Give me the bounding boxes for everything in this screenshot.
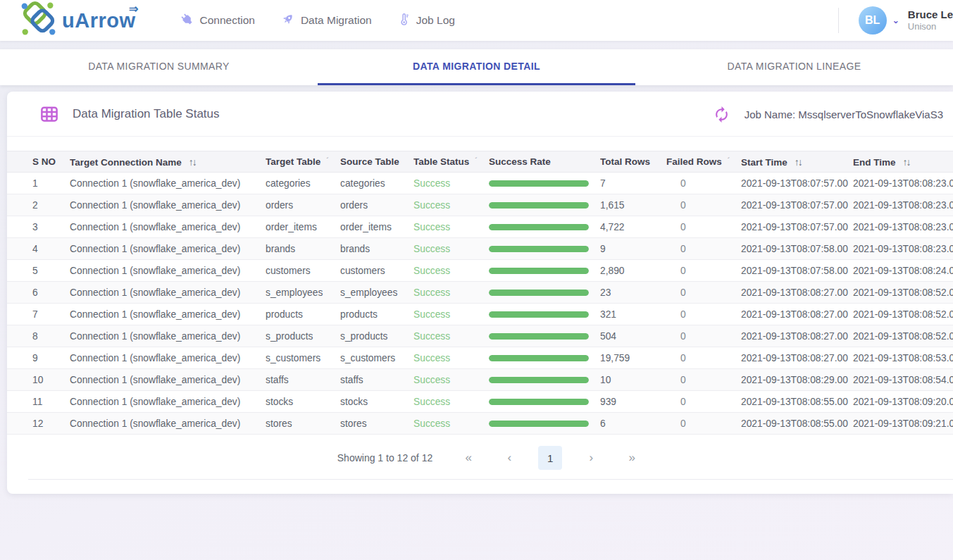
cell-total-rows: 2,890 bbox=[600, 260, 666, 282]
col-failed-rows[interactable]: Failed Rows´ bbox=[666, 151, 741, 173]
first-page-button[interactable]: « bbox=[456, 446, 480, 470]
cell-start-time: 2021-09-13T08:08:27.00 bbox=[741, 347, 853, 369]
cell-source-table: order_items bbox=[340, 216, 413, 238]
sort-tick-icon[interactable]: ´ bbox=[728, 156, 730, 164]
col-total-rows[interactable]: Total Rows bbox=[600, 151, 666, 173]
sort-icon[interactable]: ↑↓ bbox=[903, 156, 910, 168]
cell-end-time: 2021-09-13T08:08:52.00 bbox=[853, 325, 953, 347]
cell-sno: 8 bbox=[7, 325, 70, 347]
thermometer-icon bbox=[397, 12, 411, 30]
last-page-button[interactable]: » bbox=[620, 446, 644, 470]
col-target-connection[interactable]: Target Connection Name↑↓ bbox=[70, 151, 266, 173]
cell-target-connection: Connection 1 (snowflake_america_dev) bbox=[70, 194, 266, 216]
sort-tick-icon[interactable]: ´ bbox=[326, 156, 328, 164]
cell-failed-rows: 0 bbox=[666, 325, 741, 347]
cell-table-status: Success bbox=[413, 347, 489, 369]
cell-sno: 3 bbox=[7, 216, 70, 238]
cell-source-table: staffs bbox=[340, 369, 413, 391]
cell-source-table: brands bbox=[340, 238, 413, 260]
cell-target-table: orders bbox=[266, 194, 340, 216]
cell-failed-rows: 0 bbox=[666, 260, 741, 282]
cell-source-table: s_employees bbox=[340, 282, 413, 304]
cell-target-table: customers bbox=[266, 260, 340, 282]
nav-item-job-log[interactable]: Job Log bbox=[397, 12, 455, 30]
tab-data-migration-detail[interactable]: DATA MIGRATION DETAIL bbox=[318, 49, 635, 85]
sort-tick-icon[interactable]: ´ bbox=[475, 156, 477, 164]
success-rate-bar-track bbox=[489, 333, 589, 340]
success-rate-bar-fill bbox=[489, 290, 589, 296]
tab-data-migration-summary[interactable]: DATA MIGRATION SUMMARY bbox=[0, 49, 318, 85]
cell-target-connection: Connection 1 (snowflake_america_dev) bbox=[70, 173, 266, 194]
cell-target-table: s_products bbox=[266, 325, 340, 347]
col-table-status-label: Table Status bbox=[413, 156, 469, 167]
cell-total-rows: 321 bbox=[600, 304, 666, 325]
cell-source-table: products bbox=[340, 304, 413, 325]
success-rate-bar-track bbox=[489, 180, 589, 187]
cell-end-time: 2021-09-13T08:08:52.00 bbox=[853, 282, 953, 304]
col-start-time[interactable]: Start Time↑↓ bbox=[741, 151, 853, 173]
table-row: 10 Connection 1 (snowflake_america_dev) … bbox=[7, 369, 953, 391]
cell-target-connection: Connection 1 (snowflake_america_dev) bbox=[70, 413, 266, 435]
previous-page-button[interactable]: ‹ bbox=[497, 446, 521, 470]
cell-target-table: products bbox=[266, 304, 340, 325]
cell-end-time: 2021-09-13T08:08:53.00 bbox=[853, 347, 953, 369]
nav-item-connection[interactable]: Connection bbox=[180, 12, 255, 30]
cell-start-time: 2021-09-13T08:08:27.00 bbox=[741, 282, 853, 304]
cell-start-time: 2021-09-13T08:08:27.00 bbox=[741, 325, 853, 347]
next-page-button[interactable]: › bbox=[579, 446, 603, 470]
sort-icon[interactable]: ↑↓ bbox=[795, 156, 802, 168]
nav-label-connection: Connection bbox=[200, 14, 255, 27]
cell-success-rate bbox=[489, 216, 600, 238]
avatar[interactable]: BL bbox=[859, 6, 887, 35]
table-row: 8 Connection 1 (snowflake_america_dev) s… bbox=[7, 325, 953, 347]
table-row: 6 Connection 1 (snowflake_america_dev) s… bbox=[7, 282, 953, 304]
nav-item-data-migration[interactable]: Data Migration bbox=[280, 12, 372, 30]
cell-target-connection: Connection 1 (snowflake_america_dev) bbox=[70, 369, 266, 391]
success-rate-bar-track bbox=[489, 421, 589, 427]
cell-failed-rows: 0 bbox=[666, 216, 741, 238]
cell-end-time: 2021-09-13T08:08:23.00 bbox=[853, 216, 953, 238]
cell-start-time: 2021-09-13T08:08:27.00 bbox=[741, 304, 853, 325]
cell-end-time: 2021-09-13T08:08:23.00 bbox=[853, 173, 953, 194]
refresh-icon[interactable] bbox=[713, 106, 730, 123]
sort-icon[interactable]: ↑↓ bbox=[189, 156, 196, 168]
table-row: 1 Connection 1 (snowflake_america_dev) c… bbox=[7, 173, 953, 194]
cell-sno: 10 bbox=[7, 369, 70, 391]
cell-total-rows: 6 bbox=[600, 413, 666, 435]
col-target-table[interactable]: Target Table´ bbox=[266, 151, 340, 173]
col-table-status[interactable]: Table Status´ bbox=[413, 151, 489, 173]
cell-failed-rows: 0 bbox=[666, 347, 741, 369]
cell-success-rate bbox=[489, 194, 600, 216]
nav-label-data-migration: Data Migration bbox=[301, 14, 372, 27]
plug-icon bbox=[180, 12, 194, 30]
cell-table-status: Success bbox=[413, 194, 489, 216]
tab-data-migration-lineage[interactable]: DATA MIGRATION LINEAGE bbox=[635, 49, 953, 85]
col-success-rate[interactable]: Success Rate bbox=[489, 151, 600, 173]
success-rate-bar-fill bbox=[489, 268, 589, 274]
chevron-down-icon[interactable]: ⌄ bbox=[892, 15, 899, 25]
success-rate-bar-track bbox=[489, 355, 589, 361]
col-target-connection-label: Target Connection Name bbox=[70, 157, 182, 168]
col-source-table[interactable]: Source Table bbox=[340, 151, 413, 173]
cell-target-table: s_customers bbox=[266, 347, 340, 369]
cell-end-time: 2021-09-13T08:08:23.00 bbox=[853, 238, 953, 260]
cell-failed-rows: 0 bbox=[666, 304, 741, 325]
cell-target-connection: Connection 1 (snowflake_america_dev) bbox=[70, 238, 266, 260]
cell-total-rows: 1,615 bbox=[600, 194, 666, 216]
user-meta: Bruce Le Unison bbox=[908, 8, 953, 33]
header-divider bbox=[838, 8, 839, 33]
cell-table-status: Success bbox=[413, 413, 489, 435]
page-number-button[interactable]: 1 bbox=[538, 446, 562, 470]
col-start-time-label: Start Time bbox=[741, 157, 787, 168]
brand-wordmark: uArrow bbox=[62, 9, 136, 32]
cell-start-time: 2021-09-13T08:08:55.00 bbox=[741, 413, 853, 435]
success-rate-bar-track bbox=[489, 311, 589, 318]
cell-table-status: Success bbox=[413, 173, 489, 194]
cell-end-time: 2021-09-13T08:08:24.00 bbox=[853, 260, 953, 282]
app-logo[interactable]: uArrow ⇒ bbox=[20, 1, 136, 40]
col-sno: S NO bbox=[7, 151, 70, 173]
main-nav: Connection Data Migration bbox=[180, 12, 455, 30]
cell-failed-rows: 0 bbox=[666, 413, 741, 435]
cell-start-time: 2021-09-13T08:08:29.00 bbox=[741, 369, 853, 391]
col-end-time[interactable]: End Time↑↓ bbox=[853, 151, 953, 173]
